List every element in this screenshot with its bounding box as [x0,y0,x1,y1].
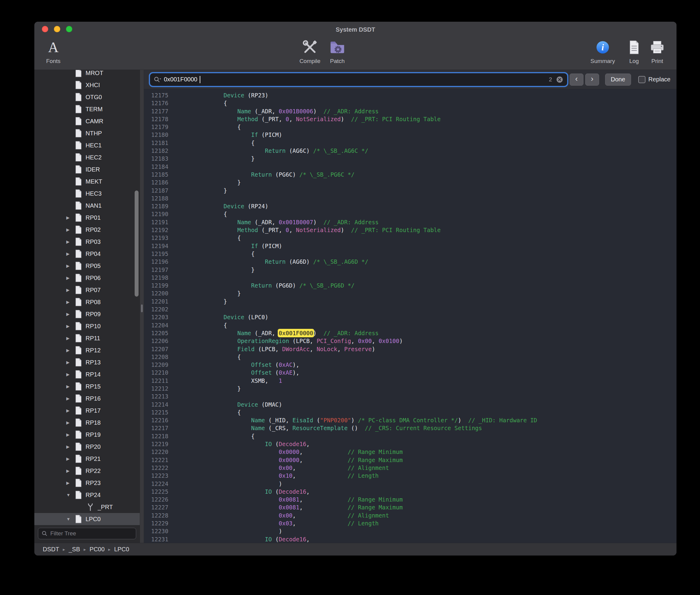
replace-checkbox[interactable] [638,76,645,83]
code-line [182,194,676,202]
disclosure-collapsed-icon[interactable]: ▶ [66,324,75,329]
device-file-icon [75,430,82,439]
sidebar-item-rp14[interactable]: ▶ RP14 [34,368,140,380]
sidebar-item-rp21[interactable]: ▶ RP21 [34,453,140,465]
patch-button[interactable]: Patch [325,37,349,64]
splitter-handle[interactable] [141,305,143,312]
sidebar-item-nthp[interactable]: NTHP [34,127,140,139]
compile-button[interactable]: Compile [294,37,326,64]
sidebar-item-rp10[interactable]: ▶ RP10 [34,320,140,332]
sidebar-item-camr[interactable]: CAMR [34,115,140,127]
done-button[interactable]: Done [605,74,631,86]
search-field[interactable]: 0x001F0000 2 [150,73,567,86]
breadcrumb-item-lpc0[interactable]: LPC0 [114,546,129,553]
print-button[interactable]: Print [645,37,669,64]
sidebar-item-label: RP18 [86,419,101,426]
sidebar-item-hec1[interactable]: HEC1 [34,139,140,151]
sidebar-item-label: RP03 [86,238,101,245]
disclosure-collapsed-icon[interactable]: ▶ [66,420,75,425]
sidebar-item-rp13[interactable]: ▶ RP13 [34,356,140,368]
line-number: 12225 [144,488,169,495]
sidebar-item-xhci[interactable]: XHCI [34,79,140,91]
disclosure-collapsed-icon[interactable]: ▶ [66,348,75,353]
summary-button[interactable]: i Summary [586,37,619,64]
disclosure-collapsed-icon[interactable]: ▶ [66,227,75,232]
sidebar-item-mekt[interactable]: MEKT [34,175,140,188]
sidebar-item-rp22[interactable]: ▶ RP22 [34,465,140,477]
disclosure-collapsed-icon[interactable]: ▶ [66,336,75,341]
breadcrumb-item-dsdt[interactable]: DSDT [43,546,59,553]
disclosure-collapsed-icon[interactable]: ▶ [66,480,75,485]
log-button[interactable]: Log [623,37,645,64]
disclosure-collapsed-icon[interactable]: ▶ [66,372,75,377]
sidebar-item-rp04[interactable]: ▶ RP04 [34,248,140,260]
titlebar[interactable]: System DSDT [34,22,676,36]
code-line: Method (_PRT, 0, NotSerialized) // _PRT:… [182,226,676,234]
sidebar-item-rp16[interactable]: ▶ RP16 [34,392,140,404]
sidebar-item-hec2[interactable]: HEC2 [34,151,140,163]
sidebar-item-term[interactable]: TERM [34,103,140,115]
line-number: 12188 [144,194,169,202]
sidebar-item-_prt[interactable]: _PRT [34,501,140,513]
find-previous-button[interactable]: ‹ [570,74,583,86]
sidebar-splitter[interactable] [140,70,144,543]
disclosure-collapsed-icon[interactable]: ▶ [66,312,75,316]
disclosure-collapsed-icon[interactable]: ▶ [66,396,75,401]
filter-tree-input[interactable]: Filter Tree [38,528,136,539]
sidebar-item-otg0[interactable]: OTG0 [34,91,140,103]
sidebar-item-rp12[interactable]: ▶ RP12 [34,344,140,356]
disclosure-expanded-icon[interactable]: ▼ [66,492,75,497]
status-bar: DSDT▸_SB▸PC00▸LPC0 [34,543,676,556]
sidebar-scrollbar[interactable] [134,191,139,296]
fonts-button[interactable]: A Fonts [40,37,67,64]
code-line: Field (LPCB, DWordAcc, NoLock, Preserve) [182,345,676,353]
clear-search-icon[interactable] [556,76,564,84]
breadcrumb-separator: ▸ [84,547,86,552]
sidebar-item-lpc0[interactable]: ▼ LPC0 [34,513,140,525]
sidebar-item-nan1[interactable]: NAN1 [34,200,140,211]
sidebar-item-mrot[interactable]: MROT [34,70,140,79]
sidebar-item-rp01[interactable]: ▶ RP01 [34,211,140,224]
disclosure-expanded-icon[interactable]: ▼ [66,517,75,521]
disclosure-collapsed-icon[interactable]: ▶ [66,251,75,256]
disclosure-collapsed-icon[interactable]: ▶ [66,456,75,461]
sidebar-item-hec3[interactable]: HEC3 [34,188,140,200]
sidebar-item-rp06[interactable]: ▶ RP06 [34,272,140,284]
disclosure-collapsed-icon[interactable]: ▶ [66,444,75,449]
line-number: 12178 [144,115,169,123]
sidebar-item-rp05[interactable]: ▶ RP05 [34,260,140,272]
sidebar-item-rp03[interactable]: ▶ RP03 [34,236,140,248]
sidebar-item-rp20[interactable]: ▶ RP20 [34,441,140,453]
disclosure-collapsed-icon[interactable]: ▶ [66,300,75,305]
disclosure-collapsed-icon[interactable]: ▶ [66,215,75,220]
sidebar-item-rp11[interactable]: ▶ RP11 [34,332,140,344]
sidebar-item-rp08[interactable]: ▶ RP08 [34,296,140,308]
disclosure-collapsed-icon[interactable]: ▶ [66,263,75,268]
disclosure-collapsed-icon[interactable]: ▶ [66,276,75,280]
disclosure-collapsed-icon[interactable]: ▶ [66,360,75,365]
device-file-icon [75,225,82,234]
breadcrumb-item-_sb[interactable]: _SB [69,546,80,553]
disclosure-collapsed-icon[interactable]: ▶ [66,384,75,389]
code-editor[interactable]: 1217512176121771217812179121801218112182… [144,89,676,543]
sidebar-item-rp09[interactable]: ▶ RP09 [34,308,140,320]
disclosure-collapsed-icon[interactable]: ▶ [66,239,75,244]
sidebar-item-rp15[interactable]: ▶ RP15 [34,380,140,392]
disclosure-collapsed-icon[interactable]: ▶ [66,408,75,413]
sidebar-item-rp18[interactable]: ▶ RP18 [34,417,140,429]
breadcrumb-item-pc00[interactable]: PC00 [89,546,104,553]
sidebar-item-rp07[interactable]: ▶ RP07 [34,284,140,296]
sidebar-item-rp24[interactable]: ▼ RP24 [34,489,140,501]
sidebar-item-rp02[interactable]: ▶ RP02 [34,224,140,236]
line-number: 12222 [144,464,169,472]
disclosure-collapsed-icon[interactable]: ▶ [66,469,75,473]
code-area[interactable]: Device (RP23) { Name (_ADR, 0x001B0006) … [173,89,676,543]
disclosure-collapsed-icon[interactable]: ▶ [66,288,75,292]
find-next-button[interactable]: › [585,74,599,86]
sidebar-item-label: RP13 [86,359,101,366]
sidebar-item-ider[interactable]: IDER [34,163,140,175]
sidebar-item-rp17[interactable]: ▶ RP17 [34,404,140,417]
disclosure-collapsed-icon[interactable]: ▶ [66,432,75,437]
sidebar-item-rp23[interactable]: ▶ RP23 [34,477,140,489]
sidebar-item-rp19[interactable]: ▶ RP19 [34,429,140,441]
